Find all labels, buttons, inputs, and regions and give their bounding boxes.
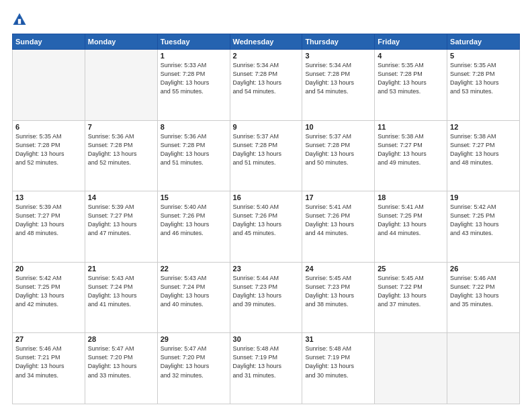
day-detail: Sunrise: 5:48 AM Sunset: 7:19 PM Dayligh… xyxy=(305,345,371,379)
day-detail: Sunrise: 5:35 AM Sunset: 7:28 PM Dayligh… xyxy=(15,132,82,167)
col-header-friday: Friday xyxy=(375,34,447,50)
day-detail: Sunrise: 5:40 AM Sunset: 7:26 PM Dayligh… xyxy=(161,203,227,238)
week-row-3: 13Sunrise: 5:39 AM Sunset: 7:27 PM Dayli… xyxy=(13,191,520,263)
calendar-cell: 29Sunrise: 5:47 AM Sunset: 7:20 PM Dayli… xyxy=(157,333,230,404)
day-number: 15 xyxy=(161,193,227,201)
calendar-cell: 27Sunrise: 5:46 AM Sunset: 7:21 PM Dayli… xyxy=(13,333,85,404)
day-number: 12 xyxy=(450,123,517,131)
day-number: 7 xyxy=(88,123,154,131)
day-detail: Sunrise: 5:46 AM Sunset: 7:21 PM Dayligh… xyxy=(15,345,82,379)
day-number: 16 xyxy=(233,193,300,201)
calendar-cell: 16Sunrise: 5:40 AM Sunset: 7:26 PM Dayli… xyxy=(230,191,302,263)
calendar-table: SundayMondayTuesdayWednesdayThursdayFrid… xyxy=(12,34,520,404)
day-detail: Sunrise: 5:38 AM Sunset: 7:27 PM Dayligh… xyxy=(450,132,517,167)
day-number: 21 xyxy=(88,265,154,273)
calendar-cell: 3Sunrise: 5:34 AM Sunset: 7:28 PM Daylig… xyxy=(302,50,375,121)
day-detail: Sunrise: 5:34 AM Sunset: 7:28 PM Dayligh… xyxy=(233,61,300,96)
calendar-cell: 31Sunrise: 5:48 AM Sunset: 7:19 PM Dayli… xyxy=(302,333,375,404)
day-detail: Sunrise: 5:35 AM Sunset: 7:28 PM Dayligh… xyxy=(450,61,517,96)
day-number: 14 xyxy=(88,193,154,201)
day-detail: Sunrise: 5:39 AM Sunset: 7:27 PM Dayligh… xyxy=(15,203,82,238)
day-detail: Sunrise: 5:37 AM Sunset: 7:28 PM Dayligh… xyxy=(233,132,300,167)
page: SundayMondayTuesdayWednesdayThursdayFrid… xyxy=(0,0,532,411)
calendar-cell: 7Sunrise: 5:36 AM Sunset: 7:28 PM Daylig… xyxy=(85,120,157,191)
calendar-cell xyxy=(13,50,85,121)
calendar-cell: 26Sunrise: 5:46 AM Sunset: 7:22 PM Dayli… xyxy=(447,262,520,333)
week-row-5: 27Sunrise: 5:46 AM Sunset: 7:21 PM Dayli… xyxy=(13,333,520,404)
day-number: 23 xyxy=(233,265,300,273)
day-detail: Sunrise: 5:38 AM Sunset: 7:27 PM Dayligh… xyxy=(378,132,444,167)
calendar-cell: 13Sunrise: 5:39 AM Sunset: 7:27 PM Dayli… xyxy=(13,191,85,263)
calendar-cell: 23Sunrise: 5:44 AM Sunset: 7:23 PM Dayli… xyxy=(230,262,302,333)
calendar-cell: 14Sunrise: 5:39 AM Sunset: 7:27 PM Dayli… xyxy=(85,191,157,263)
day-number: 13 xyxy=(15,193,82,201)
day-detail: Sunrise: 5:46 AM Sunset: 7:22 PM Dayligh… xyxy=(450,274,517,309)
calendar-cell: 20Sunrise: 5:42 AM Sunset: 7:25 PM Dayli… xyxy=(13,262,85,333)
calendar-cell xyxy=(447,333,520,404)
week-row-2: 6Sunrise: 5:35 AM Sunset: 7:28 PM Daylig… xyxy=(13,120,520,191)
col-header-monday: Monday xyxy=(85,34,157,50)
day-number: 26 xyxy=(450,265,517,273)
logo xyxy=(12,12,30,27)
day-number: 31 xyxy=(305,335,371,343)
day-number: 4 xyxy=(378,52,444,60)
calendar-cell xyxy=(85,50,157,121)
calendar-cell: 28Sunrise: 5:47 AM Sunset: 7:20 PM Dayli… xyxy=(85,333,157,404)
day-detail: Sunrise: 5:41 AM Sunset: 7:25 PM Dayligh… xyxy=(378,203,444,238)
day-number: 20 xyxy=(15,265,82,273)
day-number: 24 xyxy=(305,265,371,273)
calendar-cell: 9Sunrise: 5:37 AM Sunset: 7:28 PM Daylig… xyxy=(230,120,302,191)
day-detail: Sunrise: 5:48 AM Sunset: 7:19 PM Dayligh… xyxy=(233,345,300,379)
day-number: 8 xyxy=(161,123,227,131)
day-detail: Sunrise: 5:36 AM Sunset: 7:28 PM Dayligh… xyxy=(161,132,227,167)
day-number: 5 xyxy=(450,52,517,60)
day-number: 18 xyxy=(378,193,444,201)
calendar-cell: 12Sunrise: 5:38 AM Sunset: 7:27 PM Dayli… xyxy=(447,120,520,191)
day-detail: Sunrise: 5:33 AM Sunset: 7:28 PM Dayligh… xyxy=(161,61,227,96)
col-header-wednesday: Wednesday xyxy=(230,34,302,50)
day-number: 6 xyxy=(15,123,82,131)
day-number: 10 xyxy=(305,123,371,131)
col-header-tuesday: Tuesday xyxy=(157,34,230,50)
col-header-sunday: Sunday xyxy=(13,34,85,50)
calendar-cell: 21Sunrise: 5:43 AM Sunset: 7:24 PM Dayli… xyxy=(85,262,157,333)
day-detail: Sunrise: 5:42 AM Sunset: 7:25 PM Dayligh… xyxy=(450,203,517,238)
day-detail: Sunrise: 5:39 AM Sunset: 7:27 PM Dayligh… xyxy=(88,203,154,238)
calendar-cell: 2Sunrise: 5:34 AM Sunset: 7:28 PM Daylig… xyxy=(230,50,302,121)
calendar-cell: 6Sunrise: 5:35 AM Sunset: 7:28 PM Daylig… xyxy=(13,120,85,191)
day-detail: Sunrise: 5:37 AM Sunset: 7:28 PM Dayligh… xyxy=(305,132,371,167)
calendar-cell: 24Sunrise: 5:45 AM Sunset: 7:23 PM Dayli… xyxy=(302,262,375,333)
header-row: SundayMondayTuesdayWednesdayThursdayFrid… xyxy=(13,34,520,50)
day-number: 25 xyxy=(378,265,444,273)
day-number: 2 xyxy=(233,52,300,60)
day-number: 1 xyxy=(161,52,227,60)
day-number: 29 xyxy=(161,335,227,343)
calendar-cell: 17Sunrise: 5:41 AM Sunset: 7:26 PM Dayli… xyxy=(302,191,375,263)
calendar-cell: 8Sunrise: 5:36 AM Sunset: 7:28 PM Daylig… xyxy=(157,120,230,191)
day-detail: Sunrise: 5:43 AM Sunset: 7:24 PM Dayligh… xyxy=(88,274,154,309)
day-detail: Sunrise: 5:42 AM Sunset: 7:25 PM Dayligh… xyxy=(15,274,82,309)
day-number: 19 xyxy=(450,193,517,201)
calendar-cell: 22Sunrise: 5:43 AM Sunset: 7:24 PM Dayli… xyxy=(157,262,230,333)
day-number: 11 xyxy=(378,123,444,131)
day-number: 28 xyxy=(88,335,154,343)
calendar-cell: 30Sunrise: 5:48 AM Sunset: 7:19 PM Dayli… xyxy=(230,333,302,404)
day-number: 22 xyxy=(161,265,227,273)
day-detail: Sunrise: 5:40 AM Sunset: 7:26 PM Dayligh… xyxy=(233,203,300,238)
svg-rect-2 xyxy=(18,19,21,24)
day-detail: Sunrise: 5:47 AM Sunset: 7:20 PM Dayligh… xyxy=(161,345,227,379)
calendar-cell xyxy=(375,333,447,404)
week-row-1: 1Sunrise: 5:33 AM Sunset: 7:28 PM Daylig… xyxy=(13,50,520,121)
day-number: 27 xyxy=(15,335,82,343)
header xyxy=(12,12,520,27)
day-number: 3 xyxy=(305,52,371,60)
calendar-cell: 15Sunrise: 5:40 AM Sunset: 7:26 PM Dayli… xyxy=(157,191,230,263)
col-header-thursday: Thursday xyxy=(302,34,375,50)
day-detail: Sunrise: 5:35 AM Sunset: 7:28 PM Dayligh… xyxy=(378,61,444,96)
day-number: 9 xyxy=(233,123,300,131)
calendar-cell: 25Sunrise: 5:45 AM Sunset: 7:22 PM Dayli… xyxy=(375,262,447,333)
col-header-saturday: Saturday xyxy=(447,34,520,50)
calendar-cell: 4Sunrise: 5:35 AM Sunset: 7:28 PM Daylig… xyxy=(375,50,447,121)
day-detail: Sunrise: 5:45 AM Sunset: 7:22 PM Dayligh… xyxy=(378,274,444,309)
calendar-cell: 18Sunrise: 5:41 AM Sunset: 7:25 PM Dayli… xyxy=(375,191,447,263)
